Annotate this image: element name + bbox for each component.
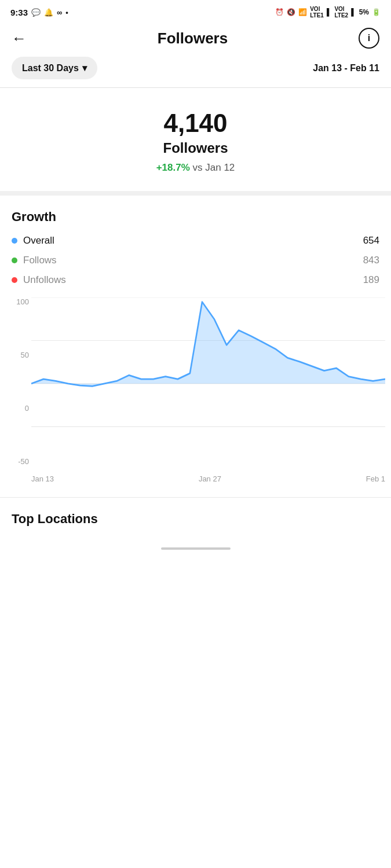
x-label-jan27: Jan 27 [199, 475, 221, 483]
info-button[interactable]: i [359, 28, 379, 49]
battery-icon: 🔋 [372, 8, 381, 16]
change-positive: +18.7% [156, 162, 190, 173]
status-bar: 9:33 💬 🔔 ∞ • ⏰ 🔇 📶 VOlLTE1 ▌ VOlLTE2 ▌ 5… [0, 0, 391, 22]
lte1-label: VOlLTE1 [310, 6, 324, 19]
follows-label: Follows [23, 255, 57, 266]
stats-change: +18.7% vs Jan 12 [12, 162, 379, 174]
lte2-label: VOlLTE2 [334, 6, 348, 19]
growth-chart [31, 297, 385, 471]
alarm-icon: ⏰ [275, 8, 284, 16]
whatsapp-icon: 💬 [31, 8, 41, 17]
wifi-icon: 📶 [298, 8, 307, 16]
overall-label: Overall [23, 235, 54, 247]
date-range-label: Jan 13 - Feb 11 [313, 63, 379, 73]
x-label-feb11: Feb 1 [366, 475, 385, 483]
scroll-indicator [161, 547, 231, 550]
dot-icon: • [65, 8, 68, 17]
stats-section: 4,140 Followers +18.7% vs Jan 12 [0, 88, 391, 191]
signal2-icon: ▌ [351, 8, 356, 16]
mute-icon: 🔇 [287, 8, 295, 16]
page-title: Followers [158, 30, 228, 47]
status-left: 9:33 💬 🔔 ∞ • [10, 8, 68, 17]
overall-value: 654 [363, 235, 379, 247]
notification-icon: 🔔 [44, 8, 53, 17]
section-divider [0, 191, 391, 196]
overall-dot [12, 238, 17, 244]
date-filter-button[interactable]: Last 30 Days ▾ [12, 57, 97, 79]
unfollows-label: Unfollows [23, 274, 66, 286]
chevron-down-icon: ▾ [82, 62, 87, 73]
chart-x-labels: Jan 13 Jan 27 Feb 1 [0, 471, 391, 483]
back-button[interactable]: ← [12, 31, 27, 46]
follows-dot [12, 258, 17, 263]
date-filter-label: Last 30 Days [22, 63, 79, 73]
unfollows-value: 189 [363, 274, 379, 286]
top-locations-title: Top Locations [12, 512, 379, 527]
followers-count: 4,140 [12, 109, 379, 138]
chart-container [0, 297, 391, 471]
change-suffix: vs Jan 12 [190, 162, 235, 173]
growth-row-follows: Follows 843 [12, 255, 379, 266]
infinity-icon: ∞ [57, 8, 62, 17]
followers-label: Followers [12, 140, 379, 156]
growth-title: Growth [12, 209, 379, 225]
status-right: ⏰ 🔇 📶 VOlLTE1 ▌ VOlLTE2 ▌ 5% 🔋 [275, 6, 381, 19]
header: ← Followers i [0, 22, 391, 57]
growth-row-overall: Overall 654 [12, 235, 379, 247]
signal1-icon: ▌ [327, 8, 332, 16]
growth-section: Growth Overall 654 Follows 843 Unfollows… [0, 196, 391, 286]
filter-row: Last 30 Days ▾ Jan 13 - Feb 11 [0, 57, 391, 87]
growth-row-unfollows: Unfollows 189 [12, 274, 379, 286]
chart-area: 100 50 0 -50 Jan 13 Jan 27 Feb 1 [0, 297, 391, 483]
bottom-indicator [0, 538, 391, 554]
unfollows-dot [12, 277, 17, 283]
x-label-jan13: Jan 13 [31, 475, 54, 483]
follows-value: 843 [363, 255, 379, 266]
top-locations-section: Top Locations [0, 498, 391, 538]
status-time: 9:33 [10, 8, 28, 17]
battery-level: 5% [359, 8, 369, 16]
